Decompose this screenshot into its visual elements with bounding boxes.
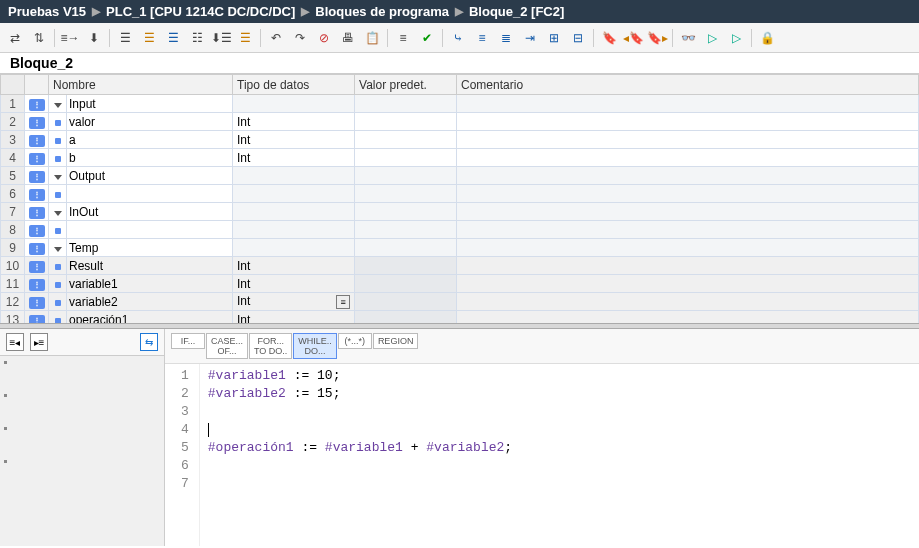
datatype-cell[interactable]: Int [233,275,355,293]
code-line[interactable]: #variable1 := 10; [208,368,512,386]
table-row[interactable]: 11⋮variable1Int [1,275,919,293]
download-icon[interactable]: ⬇ [83,27,105,49]
error-icon[interactable]: ⊘ [313,27,335,49]
toolbar-icon[interactable]: ⇅ [28,27,50,49]
datatype-cell[interactable] [233,221,355,239]
datatype-cell[interactable]: Int [233,131,355,149]
toolbar-icon[interactable]: ≡→ [59,27,81,49]
code-line[interactable] [208,404,512,422]
snippet-button[interactable]: (*...*) [338,333,372,349]
bookmark-next-icon[interactable]: 🔖▸ [646,27,668,49]
snippet-button[interactable]: CASE...OF... [206,333,248,359]
comment-cell[interactable] [457,221,919,239]
breadcrumb-item[interactable]: Pruebas V15 [8,4,86,19]
comment-cell[interactable] [457,275,919,293]
table-row[interactable]: 13⋮operación1Int [1,311,919,324]
toolbar-icon[interactable]: ▷ [701,27,723,49]
table-row[interactable]: 5⋮Output [1,167,919,185]
var-name[interactable]: operación1 [67,311,233,324]
toolbar-icon[interactable]: ⊞ [543,27,565,49]
table-row[interactable]: 6⋮ [1,185,919,203]
outdent-icon[interactable]: ≡◂ [6,333,24,351]
toolbar-icon[interactable]: ☰ [114,27,136,49]
toolbar-icon[interactable]: ≡ [471,27,493,49]
code-area[interactable]: #variable1 := 10;#variable2 := 15;#opera… [200,364,520,546]
var-name[interactable]: variable1 [67,275,233,293]
datatype-cell[interactable]: Int≡ [233,293,355,311]
table-row[interactable]: 9⋮Temp [1,239,919,257]
comment-cell[interactable] [457,311,919,324]
breadcrumb-item[interactable]: Bloques de programa [315,4,449,19]
toolbar-icon[interactable]: ☰ [234,27,256,49]
dropdown-icon[interactable]: ≡ [336,295,350,309]
var-name[interactable]: valor [67,113,233,131]
code-line[interactable]: #variable2 := 15; [208,386,512,404]
add-placeholder[interactable] [67,185,233,203]
glasses-icon[interactable]: 👓 [677,27,699,49]
toolbar-icon[interactable]: 🖶 [337,27,359,49]
toolbar-icon[interactable]: ▷ [725,27,747,49]
table-row[interactable]: 3⋮aInt [1,131,919,149]
undo-icon[interactable]: ↶ [265,27,287,49]
toolbar-icon[interactable]: ≣ [495,27,517,49]
collapse-icon[interactable] [49,167,67,185]
redo-icon[interactable]: ↷ [289,27,311,49]
var-name[interactable]: a [67,131,233,149]
collapse-icon[interactable] [49,95,67,113]
collapse-icon[interactable] [49,203,67,221]
toolbar-icon[interactable]: ⇥ [519,27,541,49]
snippet-button[interactable]: IF... [171,333,205,349]
comment-cell[interactable] [457,131,919,149]
toolbar-icon[interactable]: ⊟ [567,27,589,49]
toolbar-icon[interactable]: ☷ [186,27,208,49]
code-editor[interactable]: 1234567 #variable1 := 10;#variable2 := 1… [165,364,919,546]
datatype-cell[interactable] [233,185,355,203]
toolbar-icon[interactable]: ⇄ [4,27,26,49]
var-name[interactable]: Result [67,257,233,275]
var-name[interactable]: variable2 [67,293,233,311]
datatype-cell[interactable]: Int [233,257,355,275]
bookmark-prev-icon[interactable]: ◂🔖 [622,27,644,49]
snippet-button[interactable]: FOR...TO DO.. [249,333,292,359]
collapse-icon[interactable] [49,239,67,257]
table-row[interactable]: 12⋮variable2Int≡ [1,293,919,311]
snippet-button[interactable]: REGION [373,333,419,349]
comment-cell[interactable] [457,185,919,203]
sync-scroll-icon[interactable]: ⇆ [140,333,158,351]
bookmark-icon[interactable]: 🔖 [598,27,620,49]
indent-icon[interactable]: ▸≡ [30,333,48,351]
col-default[interactable]: Valor predet. [355,75,457,95]
breadcrumb-item[interactable]: PLC_1 [CPU 1214C DC/DC/DC] [106,4,295,19]
var-name[interactable]: b [67,149,233,167]
col-datatype[interactable]: Tipo de datos [233,75,355,95]
col-name[interactable]: Nombre [49,75,233,95]
code-line[interactable] [208,458,512,476]
lock-icon[interactable]: 🔒 [756,27,778,49]
check-icon[interactable]: ✔ [416,27,438,49]
table-row[interactable]: 8⋮ [1,221,919,239]
datatype-cell[interactable]: Int [233,113,355,131]
snippet-button[interactable]: WHILE..DO... [293,333,337,359]
table-row[interactable]: 2⋮valorInt [1,113,919,131]
datatype-cell[interactable]: Int [233,311,355,324]
code-line[interactable] [208,476,512,494]
table-row[interactable]: 1⋮Input [1,95,919,113]
table-row[interactable]: 4⋮bInt [1,149,919,167]
comment-cell[interactable] [457,257,919,275]
breadcrumb-item[interactable]: Bloque_2 [FC2] [469,4,564,19]
toolbar-icon[interactable]: ☰ [138,27,160,49]
toolbar-icon[interactable]: ☰ [162,27,184,49]
toolbar-icon[interactable]: ⬇☰ [210,27,232,49]
code-line[interactable]: #operación1 := #variable1 + #variable2; [208,440,512,458]
comment-cell[interactable] [457,113,919,131]
comment-cell[interactable] [457,149,919,167]
toolbar-icon[interactable]: ≡ [392,27,414,49]
add-placeholder[interactable] [67,221,233,239]
col-comment[interactable]: Comentario [457,75,919,95]
comment-cell[interactable] [457,293,919,311]
table-row[interactable]: 10⋮ResultInt [1,257,919,275]
datatype-cell[interactable]: Int [233,149,355,167]
toolbar-icon[interactable]: 📋 [361,27,383,49]
toolbar-icon[interactable]: ⤷ [447,27,469,49]
code-line[interactable] [208,422,512,440]
